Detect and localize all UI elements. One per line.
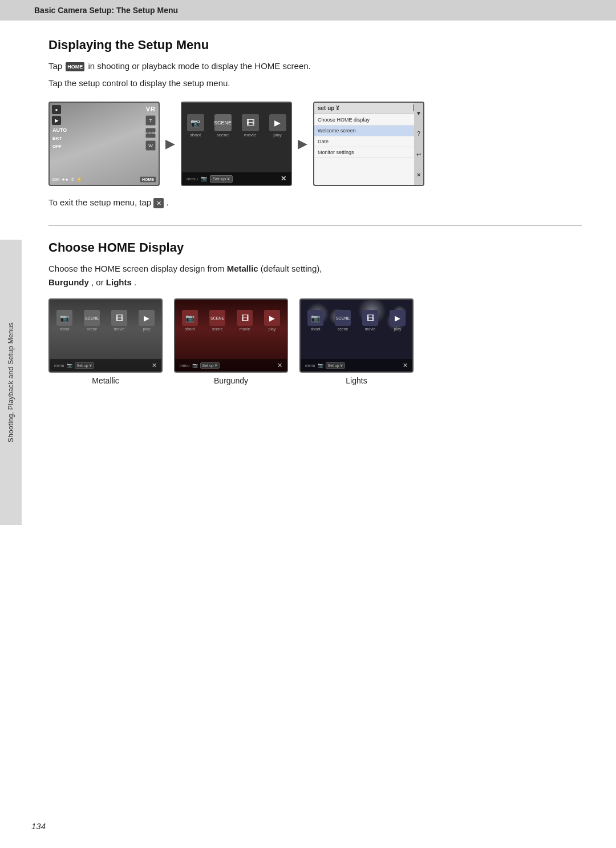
icon-10m: 10M: [52, 177, 60, 181]
theme-screen-metallic: 📷 shoot SCENE scene 🎞 movie ▶: [48, 298, 163, 373]
section1-text1: Tap HOME in shooting or playback mode to…: [48, 59, 582, 73]
tb-menu-l: menu: [305, 364, 315, 368]
hs-img-play: ▶: [269, 114, 286, 131]
section2-text: Choose the HOME screen display design fr…: [48, 262, 582, 289]
metallic-bg: 📷 shoot SCENE scene 🎞 movie ▶: [50, 300, 161, 371]
lights-icons: 📷 shoot SCENE scene 🎞 movie ▶: [301, 300, 412, 334]
theme-burgundy: 📷 shoot SCENE scene 🎞 movie ▶: [174, 298, 288, 385]
ti-img-movie-l: 🎞: [362, 310, 378, 326]
tb-cam-l: 📷: [318, 363, 323, 368]
ti-movie-m: 🎞 movie: [111, 310, 127, 331]
s2-setup-btn[interactable]: Set up ¥: [210, 175, 233, 183]
icon-w: W: [145, 140, 156, 151]
lights-bg: 📷 shoot SCENE scene 🎞 movie ▶: [301, 300, 412, 371]
page-number: 134: [31, 821, 46, 831]
burgundy-icons: 📷 shoot SCENE scene 🎞 movie ▶: [175, 300, 287, 334]
setup-item-label-4: Monitor settings: [318, 150, 354, 155]
ti-img-shoot-b: 📷: [182, 310, 198, 326]
side-btn-back[interactable]: ↩: [416, 151, 421, 158]
icon-camera: ●: [52, 105, 61, 114]
icon-t: T: [145, 115, 156, 126]
side-btn-help[interactable]: ?: [417, 131, 420, 137]
icon-zoom: ZOOM: [145, 128, 156, 138]
ti-movie-l: 🎞 movie: [362, 310, 378, 331]
metallic-icons: 📷 shoot SCENE scene 🎞 movie ▶: [50, 300, 161, 334]
theme-screen-lights: 📷 shoot SCENE scene 🎞 movie ▶: [299, 298, 414, 373]
ti-img-shoot-l: 📷: [307, 310, 323, 326]
ti-img-movie-m: 🎞: [111, 310, 127, 326]
section2-bold2: Burgundy: [48, 277, 89, 287]
setup-item-choose-home[interactable]: Choose HOME display --: [314, 115, 423, 126]
side-btn-up[interactable]: ▼: [416, 110, 422, 116]
home-screen-icons: 📷 shoot SCENE scene 🎞 movie ▶ play: [182, 103, 291, 140]
hs-icon-movie: 🎞 movie: [242, 114, 259, 138]
ti-img-movie-b: 🎞: [237, 310, 253, 326]
ti-img-scene-m: SCENE: [84, 310, 100, 326]
hs-img-shoot: 📷: [187, 114, 204, 131]
s2-camera-icon: 📷: [201, 176, 207, 181]
tb-left-b: menu 📷 Set up ¥: [180, 362, 220, 369]
screen-home: 📷 shoot SCENE scene 🎞 movie ▶ play: [181, 102, 292, 186]
section2-bold3: Lights: [106, 277, 132, 287]
tb-x-m[interactable]: ✕: [152, 362, 157, 369]
screen1-bottom: 10M ★★ ⏱ ⚡ HOME: [52, 176, 156, 183]
ti-lbl-play-m: play: [143, 327, 151, 331]
close-btn[interactable]: ✕: [281, 175, 286, 183]
screenshot-row: ● ▶ AUTO BKT OFF VR T ZOOM W 10M: [48, 102, 582, 186]
hs-img-movie: 🎞: [242, 114, 259, 131]
ti-lbl-scene-b: scene: [212, 327, 223, 331]
setup-item-welcome[interactable]: Welcome screen --: [314, 126, 423, 136]
ti-shoot-m: 📷 shoot: [56, 310, 72, 331]
tb-setup-b[interactable]: Set up ¥: [200, 362, 220, 369]
ti-movie-b: 🎞 movie: [237, 310, 253, 331]
side-btn-close[interactable]: ✕: [416, 172, 421, 178]
screen2-content: 📷 shoot SCENE scene 🎞 movie ▶ play: [182, 103, 291, 185]
hs-img-scene: SCENE: [214, 114, 232, 131]
screen1-left-icons: ● ▶ AUTO BKT OFF: [52, 105, 67, 150]
exit-text: To exit the setup menu, tap ✕ .: [48, 197, 582, 208]
metallic-bottom: menu 📷 Set up ¥ ✕: [50, 359, 161, 371]
screen3-content: set up ¥ ▲ Choose HOME display -- Welcom…: [314, 103, 423, 185]
section2-text4: .: [134, 277, 136, 287]
section1-text2: Tap the setup control to display the set…: [48, 76, 582, 90]
tb-left-m: menu 📷 Set up ¥: [54, 362, 94, 369]
ti-lbl-movie-l: movie: [365, 327, 376, 331]
setup-menu-title: set up ¥: [318, 105, 339, 111]
ti-lbl-play-b: play: [269, 327, 276, 331]
icon-play: ▶: [52, 116, 61, 125]
tb-setup-l[interactable]: Set up ¥: [326, 362, 345, 369]
screen1-content: ● ▶ AUTO BKT OFF VR T ZOOM W 10M: [50, 103, 159, 185]
setup-item-date[interactable]: Date --: [314, 136, 423, 147]
section-divider: [48, 225, 582, 226]
exit-x-symbol: ✕: [153, 198, 164, 208]
side-label-text: Shooting, Playback and Setup Menus: [7, 322, 15, 442]
setup-menu-items: Choose HOME display -- Welcome screen --…: [314, 114, 423, 159]
screen-shooting: ● ▶ AUTO BKT OFF VR T ZOOM W 10M: [48, 102, 160, 186]
ti-scene-l: SCENE scene: [335, 310, 351, 331]
tb-x-b[interactable]: ✕: [277, 362, 282, 369]
section2-text-part1: Choose the HOME screen display design fr…: [48, 264, 224, 273]
icon-bkt: BKT: [52, 135, 67, 142]
setup-item-label-3: Date: [318, 139, 329, 144]
icon-off: OFF: [52, 143, 67, 150]
tb-x-l[interactable]: ✕: [403, 362, 408, 369]
home-btn[interactable]: HOME: [140, 176, 156, 183]
ti-lbl-play-l: play: [394, 327, 402, 331]
ti-lbl-scene-m: scene: [87, 327, 98, 331]
ti-play-l: ▶ play: [390, 310, 406, 331]
theme-row: 📷 shoot SCENE scene 🎞 movie ▶: [48, 298, 582, 385]
theme-label-metallic: Metallic: [92, 376, 119, 385]
hs-label-scene: scene: [217, 132, 229, 138]
tb-setup-m[interactable]: Set up ¥: [75, 362, 94, 369]
screen1-right-icons: T ZOOM W: [145, 115, 156, 151]
bottom-icons-row: 10M ★★ ⏱ ⚡: [52, 177, 82, 182]
burgundy-bottom: menu 📷 Set up ¥ ✕: [175, 359, 287, 371]
setup-item-monitor[interactable]: Monitor settings --: [314, 147, 423, 158]
s2-setup-text: Set up: [213, 176, 226, 181]
setup-menu-header: set up ¥ ▲: [314, 103, 423, 114]
tb-menu-b: menu: [180, 364, 190, 368]
ti-img-play-l: ▶: [390, 310, 406, 326]
ti-lbl-shoot-m: shoot: [59, 327, 69, 331]
section1-title: Displaying the Setup Menu: [48, 38, 582, 53]
icon-timer: ⏱: [70, 177, 75, 182]
